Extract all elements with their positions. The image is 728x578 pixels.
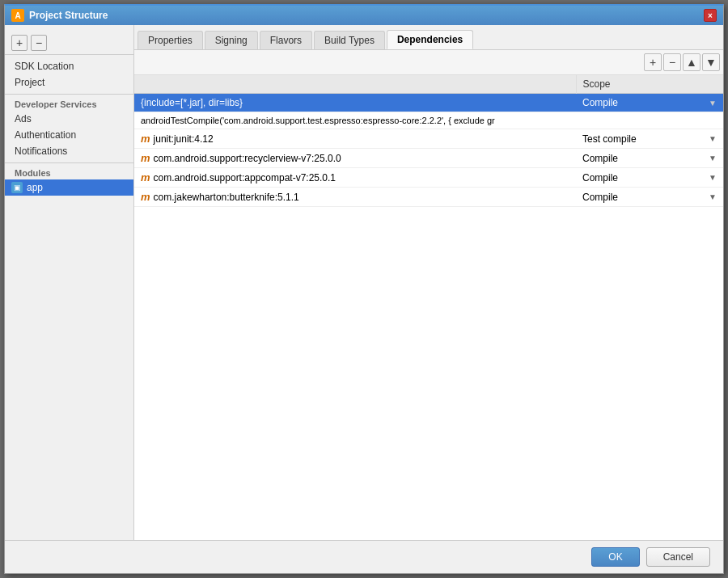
sidebar-section-developer: Developer Services (5, 94, 133, 111)
title-bar-left: A Project Structure (11, 9, 108, 22)
dependency-cell: m com.android.support:appcompat-v7:25.0.… (134, 168, 576, 188)
maven-icon: m (141, 191, 150, 203)
scope-cell: Test compile ▼ (576, 129, 723, 149)
dependency-name: junit:junit:4.12 (154, 133, 214, 145)
scope-dropdown-arrow[interactable]: ▼ (709, 134, 717, 143)
scope-cell: Compile ▼ (576, 94, 723, 112)
maven-icon: m (141, 133, 150, 145)
sidebar-item-app-label: app (27, 182, 43, 193)
dependency-cell: m com.android.support:recyclerview-v7:25… (134, 149, 576, 168)
scope-cell-content: Compile ▼ (582, 172, 717, 184)
dependency-name: com.jakewharton:butterknife:5.1.1 (154, 192, 299, 203)
table-row[interactable]: m com.android.support:recyclerview-v7:25… (134, 149, 723, 168)
tab-flavors[interactable]: Flavors (260, 31, 312, 49)
sidebar-item-notifications[interactable]: Notifications (5, 143, 133, 159)
table-row[interactable]: {include=[*.jar], dir=libs} Compile ▼ (134, 94, 723, 112)
scope-value: Compile (582, 192, 618, 203)
dependency-name: {include=[*.jar], dir=libs} (141, 97, 243, 108)
scope-cell-content: Test compile ▼ (582, 133, 717, 145)
tab-build-types[interactable]: Build Types (314, 31, 385, 49)
tab-signing[interactable]: Signing (205, 31, 258, 49)
dependency-cell: androidTestCompile('com.android.support.… (134, 112, 576, 129)
dialog-title: Project Structure (29, 10, 108, 21)
dependency-name-container: m com.android.support:recyclerview-v7:25… (141, 152, 569, 164)
sidebar-item-sdk-location[interactable]: SDK Location (5, 58, 133, 74)
dialog-content: + − SDK Location Project Developer Servi… (5, 25, 723, 540)
scope-dropdown-arrow[interactable]: ▼ (709, 154, 717, 162)
dependency-name-container: androidTestCompile('com.android.support.… (141, 116, 529, 125)
scope-value: Compile (582, 97, 618, 108)
scope-dropdown-arrow[interactable]: ▼ (709, 173, 717, 182)
sidebar: + − SDK Location Project Developer Servi… (5, 25, 134, 540)
tabs-area: Properties Signing Flavors Build Types D… (134, 25, 723, 50)
content-area: + − ▲ ▼ Scope (134, 50, 723, 540)
scope-cell (576, 112, 723, 129)
add-dependency-button[interactable]: + (644, 53, 662, 71)
dependency-name-container: m com.android.support:appcompat-v7:25.0.… (141, 171, 569, 184)
tab-dependencies[interactable]: Dependencies (387, 30, 473, 49)
sidebar-item-authentication[interactable]: Authentication (5, 127, 133, 143)
tab-properties[interactable]: Properties (138, 31, 203, 49)
scope-value: Compile (582, 172, 618, 184)
dependency-cell: {include=[*.jar], dir=libs} (134, 94, 576, 112)
sidebar-item-ads[interactable]: Ads (5, 111, 133, 127)
dependency-name-container: m com.jakewharton:butterknife:5.1.1 (141, 191, 569, 203)
sidebar-section-modules: Modules (5, 162, 133, 179)
close-button[interactable]: × (704, 9, 717, 22)
scope-cell-content: Compile ▼ (582, 192, 717, 203)
project-structure-dialog: A Project Structure × + − SDK Location P… (4, 4, 724, 574)
main-area: Properties Signing Flavors Build Types D… (134, 25, 723, 540)
dependencies-table-container: Scope {include=[*.jar], dir=libs} Co (134, 75, 723, 540)
content-toolbar: + − ▲ ▼ (134, 50, 723, 75)
dependency-name: androidTestCompile('com.android.support.… (141, 116, 495, 125)
bottom-bar: OK Cancel (5, 540, 723, 573)
module-icon: ▣ (11, 182, 23, 193)
col-dependency (134, 75, 576, 94)
scope-dropdown-arrow[interactable]: ▼ (709, 99, 717, 108)
remove-dependency-button[interactable]: − (663, 53, 681, 71)
table-row[interactable]: m com.jakewharton:butterknife:5.1.1 Comp… (134, 188, 723, 207)
scope-cell-content: Compile ▼ (582, 97, 717, 108)
table-row[interactable]: androidTestCompile('com.android.support.… (134, 112, 723, 129)
col-scope: Scope (576, 75, 723, 94)
dependency-cell: m com.jakewharton:butterknife:5.1.1 (134, 188, 576, 207)
dependencies-table: Scope {include=[*.jar], dir=libs} Co (134, 75, 723, 207)
title-bar: A Project Structure × (5, 6, 723, 25)
dependency-name: com.android.support:appcompat-v7:25.0.1 (154, 172, 336, 184)
scope-cell: Compile ▼ (576, 188, 723, 207)
scope-cell-content: Compile ▼ (582, 153, 717, 164)
maven-icon: m (141, 152, 150, 164)
ok-button[interactable]: OK (591, 547, 639, 567)
sidebar-add-button[interactable]: + (11, 35, 28, 51)
table-row[interactable]: m com.android.support:appcompat-v7:25.0.… (134, 168, 723, 188)
table-row[interactable]: m junit:junit:4.12 Test compile ▼ (134, 129, 723, 149)
dependency-name-container: m junit:junit:4.12 (141, 133, 569, 145)
dependency-name: com.android.support:recyclerview-v7:25.0… (154, 153, 341, 164)
move-down-button[interactable]: ▼ (702, 53, 720, 71)
move-up-button[interactable]: ▲ (683, 53, 700, 71)
sidebar-item-app[interactable]: ▣ app (5, 179, 133, 196)
dependency-cell: m junit:junit:4.12 (134, 129, 576, 149)
maven-icon: m (141, 171, 150, 184)
dialog-icon: A (11, 9, 24, 22)
sidebar-remove-button[interactable]: − (31, 35, 47, 51)
sidebar-toolbar: + − (5, 32, 133, 55)
scope-value: Test compile (582, 133, 637, 145)
table-header-row: Scope (134, 75, 723, 94)
sidebar-item-project[interactable]: Project (5, 74, 133, 91)
scope-dropdown-arrow[interactable]: ▼ (709, 192, 717, 201)
scope-cell: Compile ▼ (576, 168, 723, 188)
scope-cell: Compile ▼ (576, 149, 723, 168)
cancel-button[interactable]: Cancel (646, 547, 710, 567)
scope-value: Compile (582, 153, 618, 164)
